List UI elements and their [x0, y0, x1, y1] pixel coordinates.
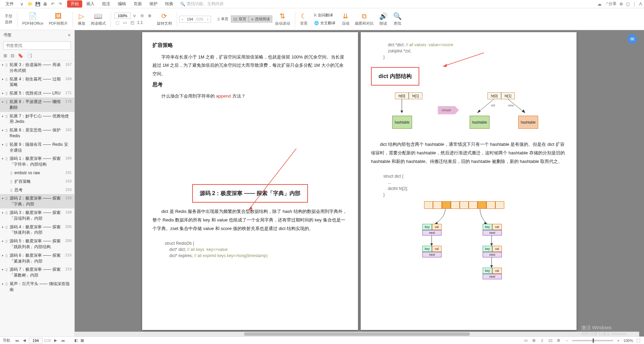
bookmark-item[interactable]: ▸▯拓展 4：朝生暮死 —— 过期策略169 — [0, 75, 74, 89]
separator — [65, 2, 66, 7]
play-button[interactable]: ▷ 播放 — [75, 12, 88, 26]
prev-page-icon[interactable]: ◀ — [21, 338, 27, 343]
double-page[interactable]: ▯▯双页 — [231, 15, 249, 23]
bookmark-item[interactable]: ▯embstr vs raw191 — [0, 169, 74, 177]
tab-edit[interactable]: 编辑 — [114, 0, 129, 8]
first-page-icon[interactable]: ⏮ — [14, 339, 20, 343]
bookmark-item[interactable]: ▸▯拓展 3：拾遗漏补 —— 再谈分布式锁167 — [0, 61, 74, 75]
tab-start[interactable]: 开始 — [67, 0, 82, 8]
crop-compare[interactable]: ⧉ 裁图和对比 — [352, 12, 376, 26]
zoom-out-icon[interactable]: − — [564, 339, 570, 343]
fullscreen-icon[interactable]: ⛶ — [635, 339, 641, 343]
single-view-icon[interactable]: ▯ — [539, 338, 545, 343]
next-page-icon[interactable]: ▶ — [52, 338, 59, 343]
bookmark-item[interactable]: ▸▯源码 2：极度深寒 —— 探索「字典」内部193 — [0, 194, 74, 208]
compress[interactable]: ⇊ 压缩 — [339, 12, 352, 26]
next-page-icon[interactable]: › — [205, 17, 211, 21]
close-sidebar-icon[interactable]: ✕ — [67, 33, 71, 38]
collapse-ribbon-icon[interactable]: ᐱ — [639, 2, 642, 7]
tab-insert[interactable]: 插入 — [83, 0, 98, 8]
zoom-input[interactable] — [114, 13, 131, 19]
find-icon: 🔍 — [393, 12, 402, 20]
play-icon: ▷ — [79, 12, 84, 20]
find[interactable]: 🔍 查找 — [391, 12, 405, 26]
bookmark-item[interactable]: ▸▯源码 7：极度深寒 —— 探索「基数树」内部219 — [0, 265, 74, 280]
window-icon[interactable]: ▢ — [626, 2, 630, 7]
double-view-icon[interactable]: ▯▯ — [547, 338, 554, 343]
share-button[interactable]: ↗分享 — [604, 1, 617, 7]
thumbnail-toggle-icon[interactable]: ▦ — [79, 338, 85, 343]
bookmark-list-icon[interactable]: 📑 — [27, 53, 32, 58]
file-dropdown-icon[interactable]: ⅴ — [17, 2, 26, 7]
pdf-to-office[interactable]: 📄 PDF转Office — [20, 12, 46, 26]
bookmark-item[interactable]: ▸▯拓展 8：居安思危 —— 保护 Redis182 — [0, 126, 74, 140]
bookmark-item[interactable]: ▸▯拓展 5：优胜劣汰 —— LRU171 — [0, 89, 74, 98]
fulltext-translate[interactable]: 🌐全文翻译 — [312, 20, 338, 27]
bookmark-item[interactable]: ▸▯拓展 6：平波缓进 —— 懒惰删除175 — [0, 98, 74, 112]
tab-convert[interactable]: 转换 — [162, 0, 177, 8]
pdf-image-icon: 🖼 — [55, 12, 62, 20]
actual-size-icon[interactable]: 1:1 — [137, 20, 143, 26]
rotate-doc[interactable]: ⟳ 旋转文档 — [154, 12, 175, 26]
bookmark-add-icon[interactable]: 🔖 — [18, 53, 23, 58]
single-page[interactable]: ▯单页 — [215, 15, 231, 23]
floating-assist-icon[interactable]: ✉ — [628, 34, 637, 44]
expand-all-icon[interactable]: ⊞ — [3, 53, 7, 58]
file-menu[interactable]: 文件 — [2, 1, 17, 7]
bookmark-item[interactable]: ▸▯拓展 9：隔墙有耳 —— Redis 安全通信 — [0, 140, 74, 155]
bookmark-item[interactable]: ▸▯拓展 7：妙手仁心 —— 优雅地使用 Jedis — [0, 112, 74, 126]
select-translate[interactable]: ⎘划词翻译 — [312, 12, 338, 19]
bookmark-item[interactable]: ▸▯源码 1：极度深寒 —— 探索「字符串」内部结构189 — [0, 154, 74, 169]
print-icon[interactable]: 🖶 — [41, 2, 49, 7]
fit-page-icon[interactable]: ◰ — [129, 20, 136, 26]
read-mode[interactable]: 📖 阅读模式 — [88, 12, 109, 26]
last-page-icon[interactable]: ⏭ — [60, 339, 66, 343]
continuous-read[interactable]: ≡连续阅读 — [249, 15, 272, 23]
dict-rehash-diagram: ht[0]ht[1] hashtable rehash ht[0]ht[1] o… — [371, 92, 566, 137]
cloud-icon[interactable]: ☁ — [597, 2, 602, 7]
page-current[interactable]: 194 — [186, 17, 195, 21]
layout-icon[interactable]: ⊞ — [531, 338, 537, 343]
fit-width-icon[interactable]: ⬚ — [114, 20, 121, 26]
bookmark-item[interactable]: ▸▯尾声：百尺竿头 —— 继续深造指南 — [0, 280, 74, 294]
prev-page-icon[interactable]: ‹ — [179, 17, 186, 21]
fit-icon[interactable]: ▭ — [523, 338, 529, 343]
read-aloud[interactable]: 🔊 朗读 — [376, 12, 391, 26]
zoom-dropdown-icon[interactable]: ⅴ — [132, 13, 138, 19]
save-icon[interactable]: 💾 — [34, 2, 41, 7]
more-menu-icon[interactable]: ⋮ — [632, 2, 636, 7]
page-total: /226 — [195, 17, 205, 21]
undo-icon[interactable]: ↶ — [49, 2, 57, 7]
tab-annotate[interactable]: 批注 — [99, 0, 114, 8]
zoom-in-icon[interactable]: ⊕ — [147, 13, 153, 19]
horizontal-scrollbar[interactable] — [75, 332, 639, 336]
tab-page[interactable]: 页面 — [130, 0, 145, 8]
auto-scroll[interactable]: ⇅ 自动滚动 — [272, 12, 293, 26]
zoom-slider[interactable] — [572, 340, 613, 341]
open-icon[interactable]: 📁 — [26, 2, 34, 7]
continuous-view-icon[interactable]: ≣ — [556, 338, 562, 343]
tab-protect[interactable]: 保护 — [146, 0, 161, 8]
bookmark-item[interactable]: ▯扩容策略193 — [0, 177, 74, 186]
status-page-input[interactable] — [29, 338, 42, 343]
collapse-all-icon[interactable]: ⊟ — [11, 53, 14, 58]
background[interactable]: ☾ 背景 — [297, 12, 310, 26]
marquee-zoom-icon[interactable]: ▭ — [122, 20, 128, 26]
bookmark-item[interactable]: ▸▯源码 6：极度深寒 —— 探索「紧凑列表」内部215 — [0, 251, 74, 266]
sidebar-toggle-icon[interactable]: ◧ — [73, 338, 79, 343]
zoom-out-icon[interactable]: ⊖ — [139, 13, 145, 19]
status-zoom[interactable]: 100% — [623, 339, 633, 343]
bookmark-item[interactable]: ▸▯源码 4：极度深寒 —— 探索「快速列表」内部205 — [0, 223, 74, 237]
pdf-to-image[interactable]: 🖼 PDF转图片 — [46, 12, 71, 26]
redo-icon[interactable]: ↷ — [57, 2, 64, 7]
rotate-icon: ⟳ — [161, 12, 167, 20]
bookmark-item[interactable]: ▸▯源码 3：极度深寒 —— 探索「压缩列表」内部199 — [0, 208, 74, 223]
bookmark-item[interactable]: ▸▯源码 5：极度深寒 —— 探索「跳跃列表」内部结构208 — [0, 237, 74, 251]
zoom-in-icon[interactable]: + — [615, 339, 621, 343]
global-search[interactable]: 🔍 查找功能、文档内容 — [180, 1, 224, 7]
bookmark-search-input[interactable] — [3, 41, 71, 50]
hand-tool[interactable]: 手型 选择 — [2, 14, 15, 25]
page-area[interactable]: 扩容策略 字符串在长度小于 1M 之前，扩容空间采用加倍策略，也就是保留 100… — [75, 30, 644, 336]
bookmark-item[interactable]: ▯思考193 — [0, 186, 74, 194]
settings-icon[interactable]: ⚙ — [619, 2, 623, 7]
